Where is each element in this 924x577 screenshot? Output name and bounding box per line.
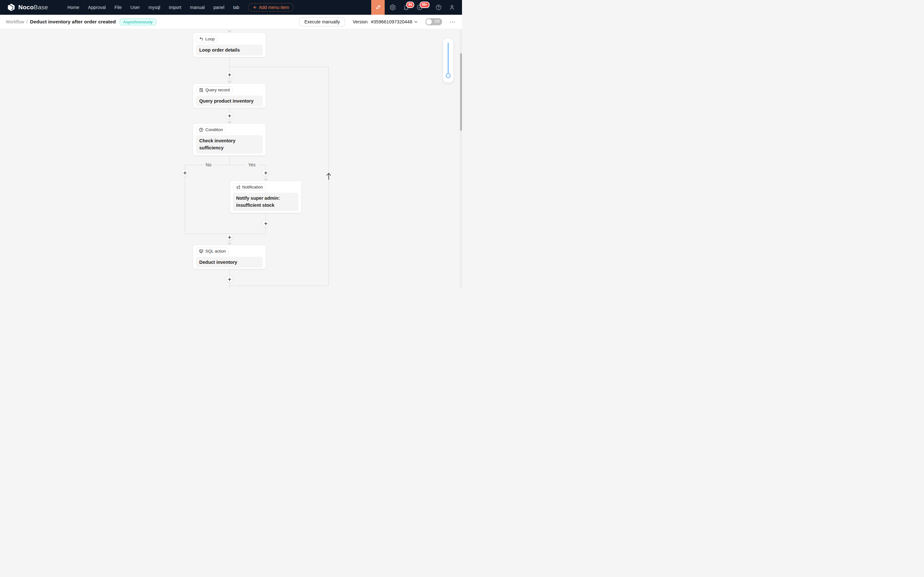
node-query-record[interactable]: Query record Query product inventory: [193, 84, 266, 108]
plus-icon: [228, 235, 231, 239]
menu-item-mysql[interactable]: mysql: [149, 5, 160, 10]
async-mode-badge: Asynchronously: [120, 19, 156, 25]
plus-icon: [253, 5, 257, 9]
toggle-state-label: Off: [435, 19, 439, 24]
arrow-down-icon: [264, 178, 268, 181]
nav-right-cluster: 94 99+: [371, 0, 462, 15]
breadcrumb: Workflow / Deduct inventory after order …: [6, 15, 156, 29]
sql-icon: SQL: [199, 249, 204, 253]
condition-icon: [199, 127, 204, 132]
top-nav-bar: NocoBase Home Approval File User mysql i…: [0, 0, 462, 15]
node-title[interactable]: Check inventory sufficiency: [196, 135, 263, 153]
add-node-button[interactable]: [226, 112, 233, 119]
arrow-up-icon: [326, 172, 331, 180]
breadcrumb-workflow-link[interactable]: Workflow: [6, 19, 24, 24]
menu-item-manual[interactable]: manual: [190, 5, 205, 10]
add-menu-item-button[interactable]: Add menu item: [248, 3, 294, 11]
node-title[interactable]: Notify super admin: insufficient stock: [233, 193, 298, 211]
node-condition[interactable]: Condition Check inventory sufficiency: [193, 124, 266, 155]
plus-icon: [264, 222, 268, 226]
arrow-down-icon: [228, 121, 232, 124]
node-type-tag: SQL SQL action: [196, 247, 229, 255]
node-notification[interactable]: Notification Notify super admin: insuffi…: [230, 181, 301, 213]
plus-icon: [264, 171, 268, 175]
notification-count-badge: 94: [406, 2, 414, 8]
help-button[interactable]: [435, 4, 442, 11]
query-record-icon: [199, 88, 204, 92]
task-count-badge: 99+: [420, 2, 430, 8]
arrow-down-icon: [228, 81, 232, 83]
plus-icon: [228, 73, 231, 77]
workflow-enabled-toggle[interactable]: Off: [425, 18, 442, 25]
node-sql-action[interactable]: SQL SQL action Deduct inventory: [193, 245, 266, 269]
menu-item-import[interactable]: import: [169, 5, 181, 10]
menu-item-home[interactable]: Home: [67, 5, 79, 10]
add-node-button[interactable]: [262, 220, 269, 227]
zoom-slider: [443, 39, 453, 83]
edge-loopback-top: [229, 67, 328, 67]
more-actions-button[interactable]: ···: [450, 19, 456, 25]
node-type-tag: Loop: [196, 35, 218, 43]
plus-icon: [228, 277, 231, 281]
edge-loop-to-plus: [229, 57, 230, 71]
add-node-button[interactable]: [226, 276, 233, 283]
edge-condition-to-split: [229, 155, 230, 165]
toggle-knob: [426, 19, 432, 25]
breadcrumb-separator: /: [26, 19, 27, 24]
version-label: Version: [352, 19, 368, 24]
add-node-button[interactable]: [226, 71, 233, 78]
execute-manually-button[interactable]: Execute manually: [299, 17, 345, 26]
version-dropdown[interactable]: #359661097320448: [371, 19, 418, 24]
branch-label-yes: Yes: [246, 162, 258, 167]
workflow-title: Deduct inventory after order created: [30, 19, 116, 25]
workflow-canvas[interactable]: No Yes Loop Loop order details Query rec…: [0, 29, 462, 288]
node-title[interactable]: Query product inventory: [196, 95, 263, 106]
branch-label-no: No: [204, 162, 214, 167]
version-area: Version #359661097320448: [352, 19, 418, 24]
zoom-slider-track[interactable]: [447, 43, 449, 75]
arrow-down-icon: [228, 242, 232, 245]
user-icon: [449, 4, 455, 11]
zoom-slider-handle[interactable]: [446, 73, 451, 78]
gear-icon: [389, 4, 396, 11]
nocobase-logo[interactable]: NocoBase: [0, 3, 63, 11]
plus-icon: [228, 114, 231, 118]
menu-item-approval[interactable]: Approval: [88, 5, 105, 10]
node-loop[interactable]: Loop Loop order details: [193, 33, 266, 57]
logo-text: NocoBase: [18, 4, 48, 11]
vertical-scrollbar-track[interactable]: [460, 29, 462, 288]
user-menu-button[interactable]: [449, 4, 456, 11]
add-node-button[interactable]: [226, 234, 233, 241]
svg-text:SQL: SQL: [200, 250, 203, 251]
edge-loopback-bottom: [229, 285, 328, 286]
version-number: #359661097320448: [371, 19, 412, 24]
settings-button[interactable]: [389, 4, 396, 11]
ui-editor-button[interactable]: [371, 0, 384, 15]
add-node-button[interactable]: [181, 169, 188, 176]
plus-icon: [183, 171, 187, 175]
node-title[interactable]: Loop order details: [196, 45, 263, 55]
node-type-tag: Condition: [196, 126, 226, 133]
edge-branch-merge: [185, 234, 266, 234]
tasks-button[interactable]: 99+: [416, 4, 423, 11]
cube-logo-icon: [7, 3, 15, 11]
notification-icon: [236, 185, 240, 189]
workflow-toolbar: Workflow / Deduct inventory after order …: [0, 15, 462, 29]
menu-item-tab[interactable]: tab: [233, 5, 239, 10]
highlighter-icon: [375, 4, 381, 11]
nocobase-app: NocoBase Home Approval File User mysql i…: [0, 0, 462, 288]
vertical-scrollbar-thumb[interactable]: [460, 53, 462, 131]
edge-sql-to-plus: [229, 269, 230, 276]
menu-item-file[interactable]: File: [115, 5, 122, 10]
arrow-down-icon: [228, 30, 232, 33]
toolbar-actions: Execute manually Version #35966109732044…: [299, 15, 456, 29]
edge-query-to-plus: [229, 108, 230, 112]
node-title[interactable]: Deduct inventory: [196, 257, 263, 268]
menu-item-panel[interactable]: panel: [213, 5, 224, 10]
node-type-tag: Notification: [233, 183, 266, 191]
add-node-button[interactable]: [262, 169, 269, 176]
notifications-button[interactable]: 94: [403, 4, 410, 11]
node-type-tag: Query record: [196, 86, 233, 93]
menu-item-user[interactable]: User: [130, 5, 140, 10]
loop-icon: [199, 37, 204, 41]
